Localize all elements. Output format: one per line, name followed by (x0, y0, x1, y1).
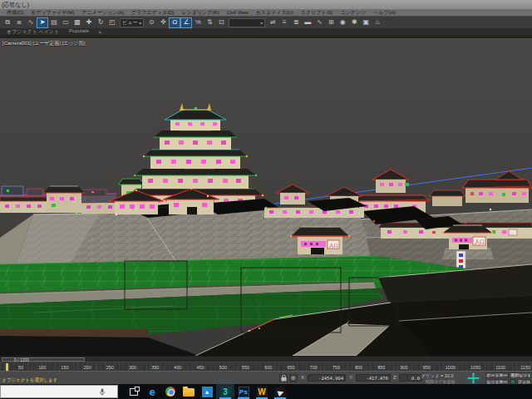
coord-x-field[interactable]: -2454.904 (308, 374, 346, 382)
gate-sign-text: 入口 (329, 243, 338, 249)
edge-button[interactable]: e (143, 384, 161, 399)
edit-named-selection-sets-icon[interactable]: ⊡ (215, 17, 227, 28)
task-view-button[interactable] (125, 384, 143, 399)
ribbon-expand-icon[interactable]: ▾ (99, 29, 101, 35)
timeline-tick: 650 (287, 365, 294, 370)
3dsmax-button[interactable]: 3 (216, 384, 234, 399)
timeline-tick: 1150 (520, 365, 530, 370)
schematic-view-icon[interactable]: ⊞ (325, 17, 337, 28)
named-selection-sets-dropdown[interactable]: ▾ (229, 18, 265, 27)
file-explorer-button[interactable] (180, 384, 198, 399)
menu-civil-view[interactable]: Civil View (227, 10, 249, 15)
timeline-tick: 950 (423, 365, 431, 370)
timeline-tick: 1000 (446, 365, 456, 370)
chevron-down-icon: ▾ (260, 20, 263, 26)
window-titlebar: (応答なし) (0, 0, 532, 9)
curve-editor-icon[interactable]: ∿ (313, 17, 325, 28)
timeline-tick: 1100 (495, 365, 505, 370)
render-setup-icon[interactable]: ✱ (348, 17, 360, 28)
timeline-tick: 850 (377, 365, 385, 370)
snaps-toggle-icon[interactable]: Ω (169, 17, 180, 28)
mirror-icon[interactable]: ⇌ (267, 17, 278, 28)
timeline-tick: 300 (129, 365, 136, 370)
coord-x-label: X: (301, 375, 306, 380)
timeline-tick: 400 (174, 365, 181, 370)
timeline-tick: 900 (400, 365, 407, 370)
viewport-label[interactable]: [Camera001] [ユーザ定義] [エッジ面] (2, 40, 85, 47)
timeline-tick: 1050 (470, 365, 480, 370)
timeline-tick: 700 (310, 365, 318, 370)
timeline-tick: 750 (332, 365, 340, 370)
viewport[interactable]: 入口 (0, 38, 532, 356)
ribbon-toggle-icon[interactable]: ▬ (302, 17, 313, 28)
main-toolbar: ⧉⧈∿➤▤▭▩✚↻◰ ビュー ▾ ⊙✜Ω∠%⇅⊡ ▾ ⇌≡≣▬∿⊞◉✱▣♨ (0, 16, 532, 28)
timeline-tick: 100 (38, 365, 46, 370)
align-icon[interactable]: ≡ (278, 17, 290, 28)
track-bar[interactable]: 5010015020025030035040045050055060065070… (0, 362, 532, 371)
select-and-move-icon[interactable]: ✚ (83, 17, 95, 28)
layer-manager-icon[interactable]: ≣ (290, 17, 302, 28)
chrome-button[interactable] (161, 384, 180, 399)
absolute-offset-toggle-icon[interactable]: ⊕ (289, 374, 298, 382)
crossing-selection-icon[interactable]: ▩ (71, 17, 83, 28)
w-app-button[interactable]: W (253, 384, 271, 399)
menu-bar: 作成(C)モディファイヤ(M)アニメーション(A)グラフエディタ(D)レンダリン… (0, 9, 532, 16)
photoshop-button[interactable]: Ps (234, 384, 253, 399)
selection-lock-icon[interactable] (279, 374, 288, 382)
timeline-tick: 450 (197, 365, 204, 370)
coord-z-field[interactable]: 0.0 (399, 374, 422, 382)
current-frame-marker[interactable] (6, 363, 8, 371)
select-object-icon[interactable]: ➤ (37, 17, 48, 28)
timeline-tick: 200 (84, 365, 91, 370)
coord-y-label: Y: (349, 375, 353, 380)
select-and-manipulate-icon[interactable]: ✜ (157, 17, 169, 28)
pan-icon[interactable] (467, 372, 480, 384)
rendered-frame-window-icon[interactable]: ▣ (360, 17, 372, 28)
taskbar-search-input[interactable] (0, 385, 118, 398)
status-prompt: オブジェクトを選択します (2, 377, 57, 383)
select-and-link-icon[interactable]: ⧉ (2, 17, 13, 28)
material-editor-icon[interactable]: ◉ (337, 17, 348, 28)
timeline-tick: 50 (18, 365, 23, 370)
timeline-tick: 250 (106, 365, 114, 370)
auto-key-button[interactable]: オートキー (485, 372, 509, 378)
unlink-selection-icon[interactable]: ⧈ (13, 17, 25, 28)
photos-button[interactable]: ▲ (198, 384, 216, 399)
3dsmax-window: (応答なし) 作成(C)モディファイヤ(M)アニメーション(A)グラフエディタ(… (0, 0, 532, 399)
coord-y-field[interactable]: -417.476 (356, 374, 391, 382)
timeline-tick: 150 (61, 365, 68, 370)
spinner-snap-icon[interactable]: ⇅ (204, 17, 215, 28)
select-by-name-icon[interactable]: ▤ (48, 17, 60, 28)
angle-snap-icon[interactable]: ∠ (180, 17, 192, 28)
microphone-icon (99, 388, 106, 397)
timeline-tick: 600 (264, 365, 272, 370)
percent-snap-icon[interactable]: % (192, 17, 204, 28)
selection-set-button[interactable]: 選択セット (510, 372, 531, 378)
bind-to-space-warp-icon[interactable]: ∿ (25, 17, 37, 28)
timeline-tick: 800 (355, 365, 362, 370)
timeline-tick: 350 (151, 365, 159, 370)
select-and-scale-icon[interactable]: ◰ (106, 17, 118, 28)
reference-coordinate-dropdown[interactable]: ビュー ▾ (120, 18, 144, 27)
render-production-icon[interactable]: ♨ (372, 17, 383, 28)
window-title: (応答なし) (2, 2, 29, 7)
arrow-app-button[interactable]: ▶ (271, 384, 289, 399)
chevron-down-icon: ▾ (139, 20, 141, 26)
castle-scene[interactable]: 入口 (0, 38, 532, 356)
grid-size-label: グリッド = 10.0 (421, 373, 454, 379)
ribbon-tab-bar: オブジェクト ペイントPopulate ▾ (0, 28, 532, 35)
entrance-sign-text: 入口 (475, 239, 485, 245)
time-slider[interactable]: 0 / 1200 (0, 356, 532, 362)
timeline-tick: 550 (242, 365, 249, 370)
coord-z-label: Z: (393, 375, 397, 380)
windows-taskbar: e ▲ 3 Ps W ▶ (0, 384, 532, 399)
rectangular-selection-region-icon[interactable]: ▭ (60, 17, 71, 28)
timeline-tick: 500 (219, 365, 227, 370)
status-bar: オブジェクトを選択します ⊕ X: -2454.904 Y: -417.476 … (0, 371, 532, 384)
select-and-rotate-icon[interactable]: ↻ (95, 17, 106, 28)
use-center-icon[interactable]: ⊙ (145, 17, 157, 28)
